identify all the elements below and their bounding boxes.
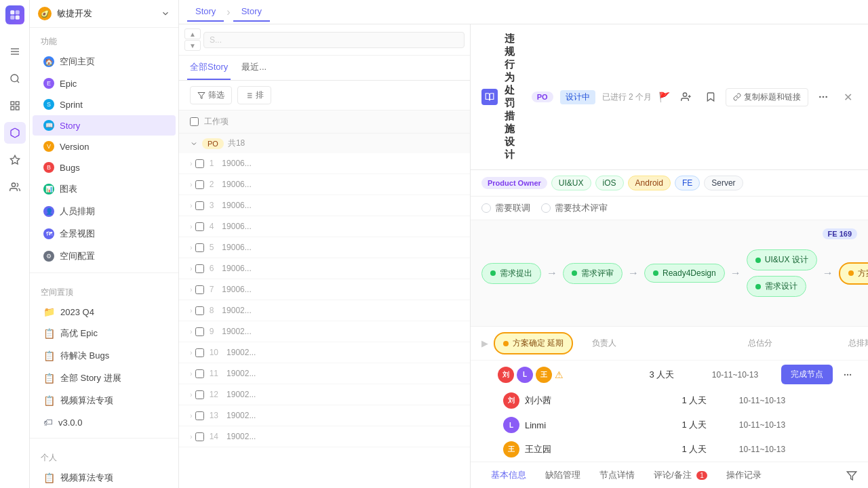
close-button[interactable]: ✕ [838,87,857,106]
flow-node-confirm[interactable]: 方案确定 延期 [839,262,868,285]
node-row-header[interactable]: ▶ 方案确定 延期 负责人 总估分 总排期 [471,327,868,360]
btab-comment[interactable]: 评论/备注 1 [644,462,717,488]
sidebar-item-version[interactable]: V Version [33,136,176,157]
tag-product-owner[interactable]: Product Owner [481,177,547,189]
radio-need-tech-review[interactable]: 需要技术评审 [541,202,608,214]
table-row[interactable]: › 1 19006... [179,153,470,174]
bookmark-action-btn[interactable] [701,87,720,106]
tag-android[interactable]: Android [628,176,671,190]
table-row[interactable]: › 14 19002... [179,426,470,447]
sidebar-item-panorama[interactable]: 🗺 全景视图 [33,223,176,245]
sidebar-item-label-epic-high: 高优 Epic [60,327,98,340]
select-all-checkbox[interactable] [190,117,199,126]
list-search-bar[interactable]: S... [203,32,465,48]
radio-need-integration[interactable]: 需要联调 [481,202,530,214]
table-row[interactable]: › 11 19002... [179,363,470,384]
row-checkbox-7[interactable] [195,285,204,294]
row-checkbox-12[interactable] [195,390,204,399]
copy-link-button[interactable]: 复制标题和链接 [726,88,808,106]
row-id-3: 19006... [222,201,251,210]
table-row[interactable]: › 12 19002... [179,384,470,405]
table-row[interactable]: › 4 19006... [179,216,470,237]
user-action-btn[interactable] [677,87,696,106]
scroll-down-btn[interactable]: ▼ [184,40,201,51]
svg-point-28 [850,374,851,375]
table-row[interactable]: › 8 19002... [179,300,470,321]
tag-ios[interactable]: iOS [595,176,624,190]
sidebar-item-2023q4[interactable]: 📁 2023 Q4 [33,302,176,322]
chevron-down-icon[interactable] [190,140,198,148]
row-id-7: 19006... [222,285,251,294]
sidebar-icon-search[interactable] [4,68,26,89]
btab-defect[interactable]: 缺陷管理 [536,462,590,488]
tab-all-story[interactable]: 全部Story [187,56,231,80]
sidebar-item-story[interactable]: 📖 Story [33,115,176,136]
scroll-up-btn[interactable]: ▲ [184,28,201,39]
sidebar-item-story-all[interactable]: 📋 全部 Story 进展 [33,367,176,389]
more-btn-total[interactable] [838,365,857,384]
flow-node-ready[interactable]: Ready4Design [644,264,725,283]
sidebar-item-chart[interactable]: 📊 图表 [33,178,176,200]
row-checkbox-6[interactable] [195,264,204,273]
sidebar-item-bugs[interactable]: B Bugs [33,157,176,178]
flag-icon[interactable]: 🚩 [658,92,670,102]
row-checkbox-3[interactable] [195,201,204,210]
sidebar-item-space-home[interactable]: 🏠 空间主页 [33,51,176,73]
btab-basic[interactable]: 基本信息 [481,462,536,488]
btab-log[interactable]: 操作记录 [717,462,771,488]
hours-liu: 1 人天 [667,394,722,407]
complete-node-button[interactable]: 完成节点 [781,365,833,384]
sidebar-icon-workbench[interactable] [4,95,26,117]
row-checkbox-11[interactable] [195,369,204,378]
table-row[interactable]: › 5 19006... [179,237,470,258]
epic-icon: E [43,78,54,89]
table-row[interactable]: › 3 19006... [179,195,470,216]
sort-button[interactable]: 排 [237,86,271,104]
tag-uiux[interactable]: UI&UX [551,176,591,190]
flow-node-submit[interactable]: 需求提出 [481,263,541,284]
sidebar-icon-collection[interactable] [4,149,26,171]
flow-node-submit-label: 需求提出 [500,268,532,279]
sidebar-item-epic-high[interactable]: 📋 高优 Epic [33,323,176,344]
table-row[interactable]: › 13 19002... [179,405,470,426]
table-row[interactable]: › 10 19002... [179,342,470,363]
more-action-btn[interactable] [814,87,833,106]
filter-button[interactable]: 筛选 [190,86,232,104]
tag-server[interactable]: Server [704,176,743,190]
sidebar-item-v3[interactable]: 🏷 v3.0.0 [33,412,176,432]
node-dot-confirm [848,270,854,276]
sidebar-item-schedule[interactable]: 👤 人员排期 [33,201,176,222]
sidebar-item-config[interactable]: ⚙ 空间配置 [33,245,176,267]
sidebar-icon-team[interactable] [4,176,26,198]
tag-fe[interactable]: FE [675,176,700,190]
row-checkbox-14[interactable] [195,432,204,441]
row-checkbox-5[interactable] [195,243,204,252]
row-checkbox-2[interactable] [195,180,204,189]
sidebar-icon-menu[interactable] [4,41,26,62]
row-checkbox-13[interactable] [195,411,204,420]
sidebar-item-epic[interactable]: E Epic [33,73,176,94]
row-checkbox-9[interactable] [195,327,204,336]
tab-story-detail[interactable]: Story [233,2,270,22]
sidebar-item-sprint[interactable]: S Sprint [33,94,176,115]
row-checkbox-4[interactable] [195,222,204,231]
btab-node[interactable]: 节点详情 [590,462,644,488]
tab-story[interactable]: Story [187,2,224,22]
flow-node-review[interactable]: 需求评审 [563,263,623,284]
table-row[interactable]: › 6 19006... [179,258,470,279]
workspace-dropdown-icon[interactable] [161,9,170,18]
flow-node-req-design[interactable]: 需求设计 [747,276,806,297]
table-row[interactable]: › 2 19006... [179,174,470,195]
app-logo[interactable] [5,5,24,24]
tab-latest[interactable]: 最近... [239,56,269,80]
sidebar-icon-space[interactable] [4,122,26,144]
sidebar-item-bugs-todo[interactable]: 📋 待解决 Bugs [33,345,176,367]
row-checkbox-10[interactable] [195,348,204,357]
sidebar-item-video-algo2[interactable]: 📋 视频算法专项 [33,467,176,488]
table-row[interactable]: › 7 19006... [179,279,470,300]
sidebar-item-video-algo[interactable]: 📋 视频算法专项 [33,390,176,411]
flow-node-ui-design[interactable]: UI&UX 设计 [747,249,817,270]
row-checkbox-8[interactable] [195,306,204,315]
table-row[interactable]: › 9 19002... [179,321,470,342]
row-checkbox-1[interactable] [195,159,204,168]
